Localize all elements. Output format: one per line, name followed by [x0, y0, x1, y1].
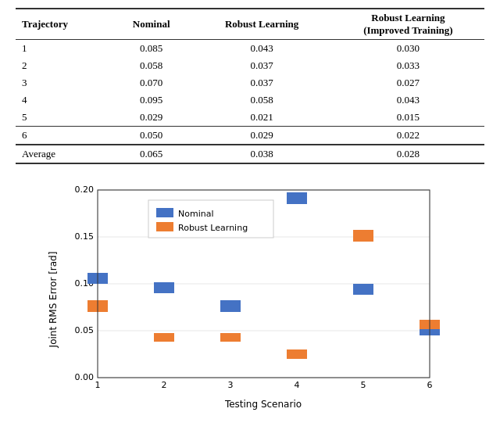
col-trajectory: Trajectory	[16, 9, 111, 40]
ytick-0: 0.00	[75, 372, 95, 382]
ytick-3: 0.15	[75, 231, 95, 242]
cell-trajectory: 2	[16, 57, 111, 74]
cell-value: 0.015	[332, 109, 484, 127]
legend-nominal-swatch	[156, 208, 173, 217]
robust-bar-3	[220, 333, 241, 342]
cell-average-value: 0.038	[191, 145, 331, 163]
cell-value: 0.095	[111, 91, 192, 109]
cell-trajectory: 6	[16, 127, 111, 145]
legend-robust-label: Robust Learning	[178, 223, 248, 233]
cell-value: 0.037	[191, 74, 331, 91]
table-row: 40.0950.0580.043	[16, 91, 484, 109]
table-row: 30.0700.0370.027	[16, 74, 484, 91]
xtick-3: 3	[228, 380, 234, 390]
cell-value: 0.030	[332, 40, 484, 58]
cell-average-value: 0.028	[332, 145, 484, 163]
nominal-bar-2	[154, 282, 174, 293]
xtick-2: 2	[162, 380, 167, 390]
y-axis-label: Joint RMS Error [rad]	[48, 252, 59, 349]
ytick-1: 0.05	[75, 325, 95, 335]
robust-bar-2	[154, 333, 174, 342]
cell-value: 0.058	[111, 57, 192, 74]
xtick-4: 4	[295, 380, 300, 390]
nominal-bar-5	[353, 284, 373, 295]
cell-value: 0.085	[111, 40, 192, 58]
legend-robust-swatch	[156, 222, 173, 231]
nominal-bar-3	[220, 300, 241, 312]
table-row: 10.0850.0430.030	[16, 40, 484, 58]
cell-value: 0.037	[191, 57, 331, 74]
cell-value: 0.027	[332, 74, 484, 91]
table-row: 20.0580.0370.033	[16, 57, 484, 74]
cell-value: 0.029	[111, 109, 192, 127]
cell-value: 0.021	[191, 109, 331, 127]
cell-value: 0.070	[111, 74, 192, 91]
xtick-5: 5	[361, 380, 366, 390]
bar-chart: Joint RMS Error [rad] Testing Scenario 0…	[47, 178, 453, 413]
nominal-bar-4	[287, 192, 307, 204]
table-row: 60.0500.0290.022	[16, 127, 484, 145]
legend-nominal-label: Nominal	[178, 209, 214, 219]
robust-bar-4	[287, 349, 307, 359]
xtick-6: 6	[427, 380, 433, 390]
cell-trajectory: 5	[16, 109, 111, 127]
col-nominal: Nominal	[111, 9, 192, 40]
table-header-row: Trajectory Nominal Robust Learning Robus…	[16, 9, 484, 40]
cell-trajectory: 4	[16, 91, 111, 109]
col-robust-improved: Robust Learning(Improved Training)	[332, 9, 484, 40]
xtick-1: 1	[95, 380, 101, 390]
table-footer-row: Average0.0650.0380.028	[16, 145, 484, 163]
cell-value: 0.043	[191, 40, 331, 58]
robust-bar-5	[353, 230, 373, 242]
x-axis-label: Testing Scenario	[224, 399, 302, 410]
cell-trajectory: 1	[16, 40, 111, 58]
cell-value: 0.058	[191, 91, 331, 109]
table-row: 50.0290.0210.015	[16, 109, 484, 127]
col-robust: Robust Learning	[191, 9, 331, 40]
cell-value: 0.043	[332, 91, 484, 109]
cell-average-value: 0.065	[111, 145, 192, 163]
cell-trajectory: 3	[16, 74, 111, 91]
cell-value: 0.033	[332, 57, 484, 74]
results-table: Trajectory Nominal Robust Learning Robus…	[16, 8, 484, 164]
chart-container: Joint RMS Error [rad] Testing Scenario 0…	[16, 178, 484, 413]
cell-value: 0.050	[111, 127, 192, 145]
cell-value: 0.022	[332, 127, 484, 145]
ytick-4: 0.20	[75, 185, 95, 195]
cell-value: 0.029	[191, 127, 331, 145]
cell-average-label: Average	[16, 145, 111, 163]
